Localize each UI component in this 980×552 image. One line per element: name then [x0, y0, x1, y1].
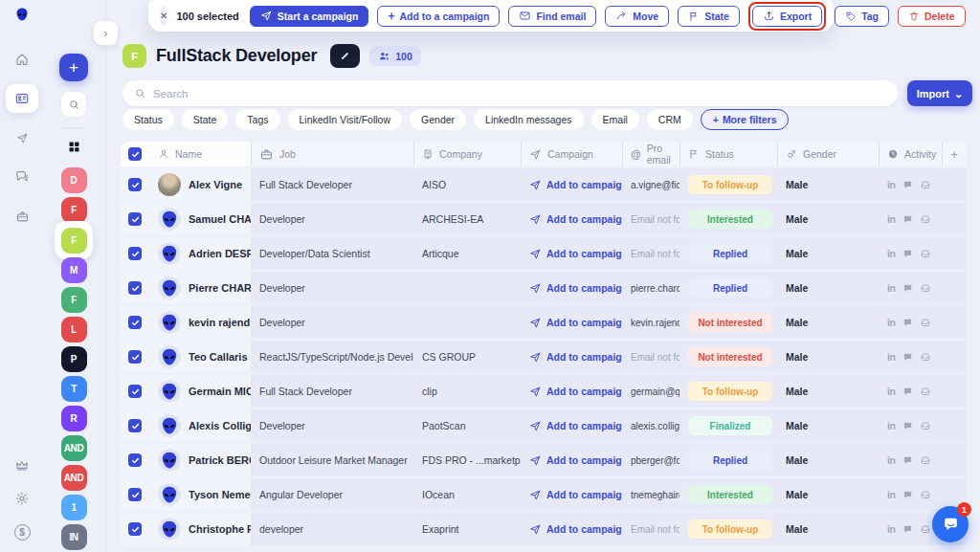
import-button[interactable]: Import⌄ — [907, 80, 972, 106]
add-to-campaign-link[interactable]: Add to campaign — [529, 282, 622, 295]
filter-chip-linkedin-visit-follow[interactable]: LinkedIn Visit/Follow — [288, 109, 403, 130]
add-to-campaign-link[interactable]: Add to campaign — [529, 248, 622, 260]
status-badge[interactable]: Replied — [688, 244, 772, 263]
prospect-list-avatar[interactable]: P — [55, 344, 93, 374]
table-row[interactable]: Christophe PonchondeveloperExaprintAdd t… — [121, 513, 967, 545]
add-to-campaign-link[interactable]: Add to campaign — [529, 523, 622, 536]
status-badge[interactable]: Replied — [688, 278, 772, 298]
export-button[interactable]: Export — [752, 6, 822, 27]
row-checkbox[interactable] — [128, 178, 142, 191]
name-cell[interactable]: Alex Vigne — [149, 168, 251, 201]
table-row[interactable]: Teo CallarisReactJS/TypeScript/Node.js D… — [121, 341, 967, 373]
sidebar-item-settings[interactable] — [14, 491, 30, 510]
name-cell[interactable]: Teo Callaris — [149, 341, 251, 373]
prospect-list-avatar[interactable]: F — [55, 221, 93, 259]
name-cell[interactable]: Patrick BERGER — [149, 444, 251, 476]
row-checkbox[interactable] — [128, 316, 142, 329]
add-to-campaign-link[interactable]: Add to campaign — [529, 420, 622, 432]
add-to-campaign-link[interactable]: Add to campaign — [529, 489, 622, 501]
add-to-campaign-link[interactable]: Add to campaign — [529, 351, 622, 364]
filter-chip-gender[interactable]: Gender — [410, 109, 466, 130]
sidebar-item-messaging[interactable] — [6, 163, 38, 191]
prospect-list-avatar[interactable]: AND — [55, 433, 93, 463]
table-row[interactable]: Tyson NemeghaireAngular DeveloperIOceanA… — [121, 478, 967, 511]
sidebar-item-upgrade[interactable] — [14, 457, 30, 476]
table-row[interactable]: Germain MICHAUDFull Stack DeveloperclipA… — [121, 375, 967, 408]
header-cell-campaign[interactable]: Campaign — [521, 142, 622, 166]
add-to-campaign-link[interactable]: Add to campaign — [529, 317, 622, 329]
find-email-button[interactable]: Find email — [508, 6, 596, 27]
status-badge[interactable]: Not interested — [688, 347, 772, 366]
status-badge[interactable]: To follow-up — [688, 382, 772, 401]
status-badge[interactable]: Interested — [688, 485, 772, 504]
row-checkbox[interactable] — [128, 247, 142, 260]
table-row[interactable]: Pierre CHARDATDeveloperAdd to campaignpi… — [121, 272, 967, 304]
status-badge[interactable]: Interested — [688, 210, 772, 229]
name-cell[interactable]: Alexis Collignon — [149, 409, 251, 442]
state-button[interactable]: State — [678, 6, 740, 27]
name-cell[interactable]: Christophe Ponchon — [149, 513, 251, 545]
row-checkbox[interactable] — [128, 419, 142, 432]
row-checkbox[interactable] — [128, 281, 142, 295]
row-checkbox[interactable] — [128, 212, 142, 226]
add-list-button[interactable]: + — [59, 54, 88, 81]
name-cell[interactable]: Adrien DESROSES — [149, 237, 251, 270]
status-badge[interactable]: To follow-up — [688, 519, 772, 539]
sidebar-item-campaigns[interactable] — [6, 123, 38, 152]
add-to-campaign-button[interactable]: +Add to a campaign — [377, 6, 500, 27]
filter-chip-status[interactable]: Status — [122, 109, 174, 130]
all-lists-grid-button[interactable] — [67, 140, 81, 157]
tag-button[interactable]: Tag — [835, 6, 889, 27]
table-row[interactable]: Adrien DESROSESDeveloper/Data ScientistA… — [121, 237, 967, 270]
prospect-list-avatar[interactable]: D — [55, 166, 93, 195]
filter-chip-state[interactable]: State — [182, 109, 229, 130]
sidebar-item-prospects[interactable] — [6, 84, 38, 113]
delete-button[interactable]: Delete — [898, 6, 966, 27]
edit-list-button[interactable] — [330, 44, 360, 68]
name-cell[interactable]: Tyson Nemeghaire — [149, 478, 251, 511]
table-row[interactable]: Patrick BERGEROutdoor Leisure Market Man… — [121, 444, 967, 476]
header-cell-job[interactable]: Job — [251, 142, 413, 166]
list-search-button[interactable] — [60, 91, 87, 118]
status-badge[interactable]: Not interested — [688, 313, 772, 332]
move-button[interactable]: Move — [605, 6, 669, 27]
table-row[interactable]: Alex VigneFull Stack DeveloperAISOAdd to… — [121, 168, 967, 201]
row-checkbox[interactable] — [128, 522, 142, 536]
header-cell-gender[interactable]: Gender — [777, 142, 879, 166]
header-cell-status[interactable]: Status — [679, 142, 777, 166]
row-checkbox[interactable] — [128, 385, 142, 398]
filter-chip-crm[interactable]: CRM — [647, 109, 693, 130]
header-cell-activity[interactable]: Activity — [879, 142, 942, 166]
add-column-button[interactable]: + — [942, 142, 967, 166]
add-to-campaign-link[interactable]: Add to campaign — [529, 179, 622, 191]
clear-selection-button[interactable]: ✕ — [160, 6, 167, 26]
table-row[interactable]: Samuel CHAPELDeveloperARCHESI-EAAdd to c… — [121, 203, 967, 235]
table-row[interactable]: Alexis CollignonDeveloperPaotScanAdd to … — [121, 409, 967, 442]
status-badge[interactable]: Finalized — [688, 416, 772, 435]
header-cell-company[interactable]: Company — [413, 142, 521, 166]
header-cell-name[interactable]: Name — [149, 142, 251, 166]
row-checkbox[interactable] — [128, 350, 142, 364]
row-checkbox[interactable] — [128, 488, 142, 501]
more-filters-button[interactable]: +More filters — [701, 109, 790, 130]
prospect-list-avatar[interactable]: R — [55, 404, 93, 433]
name-cell[interactable]: Germain MICHAUD — [149, 375, 251, 408]
sidebar-item-home[interactable] — [6, 45, 38, 74]
sidebar-item-billing[interactable]: $ — [14, 524, 31, 541]
start-campaign-button[interactable]: Start a campaign — [250, 6, 369, 27]
name-cell[interactable]: Samuel CHAPEL — [149, 203, 251, 235]
prospect-list-avatar[interactable]: L — [55, 315, 93, 344]
row-checkbox[interactable] — [128, 453, 142, 467]
search-input[interactable] — [153, 88, 886, 99]
name-cell[interactable]: kevin rajendram — [149, 306, 251, 339]
status-badge[interactable]: Replied — [688, 451, 772, 470]
prospect-list-avatar[interactable]: AND — [55, 463, 93, 493]
prospect-list-avatar[interactable]: IN — [55, 522, 93, 552]
filter-chip-tags[interactable]: Tags — [235, 109, 279, 130]
status-badge[interactable]: To follow-up — [688, 175, 772, 194]
filter-chip-email[interactable]: Email — [591, 109, 639, 130]
add-to-campaign-link[interactable]: Add to campaign — [529, 386, 622, 398]
prospect-list-avatar[interactable]: M — [55, 255, 93, 285]
chat-widget-button[interactable]: 1 — [932, 506, 969, 542]
table-row[interactable]: kevin rajendramDeveloperAdd to campaignk… — [121, 306, 967, 339]
